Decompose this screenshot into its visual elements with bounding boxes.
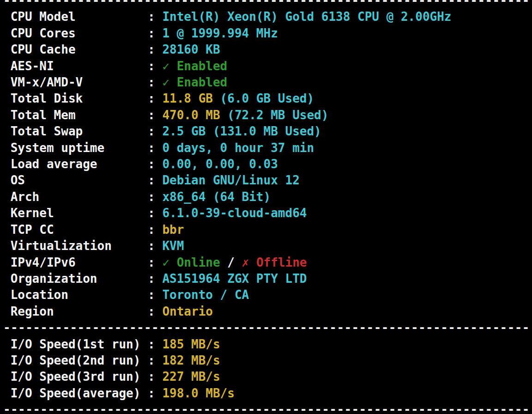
field-value: ✓ Enabled	[162, 75, 227, 89]
field-value: 1 @ 1999.994 MHz	[162, 26, 278, 40]
value-segment: Ontario	[162, 304, 213, 318]
field-label: Kernel	[3, 205, 148, 221]
check-icon-segment: ✓ Enabled	[162, 75, 227, 89]
field-label: System uptime	[3, 140, 148, 156]
system-info-row: Kernel: 6.1.0-39-cloud-amd64	[3, 205, 532, 221]
field-label: TCP CC	[3, 222, 148, 238]
field-label: CPU Cores	[3, 25, 148, 42]
field-value: 2.5 GB (131.0 MB Used)	[162, 124, 321, 138]
field-label: Total Mem	[3, 107, 148, 123]
field-label: I/O Speed(3rd run)	[3, 369, 148, 385]
system-info-row: System uptime: 0 days, 0 hour 37 min	[3, 140, 532, 156]
value-segment: 185 MB/s	[162, 337, 220, 351]
value-segment: (6.0 GB Used)	[213, 91, 314, 105]
io-speed-row: I/O Speed(2nd run): 182 MB/s	[3, 353, 532, 369]
divider-line: ----------------------------------------…	[3, 402, 532, 414]
field-value: 182 MB/s	[162, 353, 220, 367]
system-info-row: IPv4/IPv6: ✓ Online / ✗ Offline	[3, 255, 532, 271]
system-info-row: Total Disk: 11.8 GB (6.0 GB Used)	[3, 91, 532, 107]
colon-separator: :	[148, 43, 162, 56]
field-label: Total Swap	[3, 123, 148, 140]
value-segment: 227 MB/s	[162, 370, 220, 384]
value-segment: Toronto / CA	[162, 288, 249, 302]
colon-separator: :	[148, 124, 162, 138]
field-value: Toronto / CA	[162, 288, 249, 302]
field-value: 185 MB/s	[162, 337, 220, 351]
system-info-row: Location: Toronto / CA	[3, 287, 532, 303]
check-icon-segment: ✓ Enabled	[162, 59, 227, 73]
system-info-row: Organization: AS151964 ZGX PTY LTD	[3, 271, 532, 287]
system-info-row: AES-NI: ✓ Enabled	[3, 58, 532, 74]
colon-separator: :	[148, 206, 162, 220]
field-label: Location	[3, 287, 148, 303]
value-segment: AS151964 ZGX PTY LTD	[162, 272, 307, 286]
value-segment: 0.00, 0.00, 0.03	[162, 157, 278, 171]
system-info-row: CPU Cores: 1 @ 1999.994 MHz	[3, 25, 532, 42]
io-speed-row: I/O Speed(3rd run): 227 MB/s	[3, 369, 532, 385]
colon-separator: :	[148, 353, 162, 367]
value-segment: bbr	[162, 223, 184, 237]
colon-separator: :	[148, 75, 162, 89]
field-label: OS	[3, 172, 148, 189]
value-segment: 1 @ 1999.994 MHz	[162, 26, 278, 40]
field-label: CPU Cache	[3, 42, 148, 58]
colon-separator: :	[148, 10, 162, 24]
field-value: Intel(R) Xeon(R) Gold 6138 CPU @ 2.00GHz	[162, 10, 451, 24]
field-value: 198.0 MB/s	[162, 386, 235, 400]
colon-separator: :	[148, 272, 162, 286]
value-segment: (72.2 MB Used)	[220, 108, 329, 122]
colon-separator: :	[148, 386, 162, 400]
value-segment: /	[220, 256, 242, 269]
colon-separator: :	[148, 256, 162, 269]
field-label: I/O Speed(2nd run)	[3, 353, 148, 369]
field-label: VM-x/AMD-V	[3, 74, 148, 91]
field-value: 470.0 MB (72.2 MB Used)	[162, 108, 328, 122]
field-value: 11.8 GB (6.0 GB Used)	[162, 91, 314, 105]
field-label: Load average	[3, 156, 148, 172]
system-info-row: Load average: 0.00, 0.00, 0.03	[3, 156, 532, 172]
value-segment: Intel(R) Xeon(R) Gold 6138 CPU @ 2.00GHz	[162, 10, 451, 24]
colon-separator: :	[148, 288, 162, 302]
value-segment: 2.5 GB (131.0 MB Used)	[162, 124, 321, 138]
system-info-row: OS: Debian GNU/Linux 12	[3, 172, 532, 189]
field-value: 0 days, 0 hour 37 min	[162, 141, 314, 155]
system-info-row: Arch: x86_64 (64 Bit)	[3, 189, 532, 205]
value-segment: 182 MB/s	[162, 353, 220, 367]
field-value: ✓ Online / ✗ Offline	[162, 256, 307, 269]
system-info-row: CPU Model: Intel(R) Xeon(R) Gold 6138 CP…	[3, 9, 532, 25]
system-info-row: Region: Ontario	[3, 304, 532, 320]
divider-line: ----------------------------------------…	[3, 320, 532, 336]
colon-separator: :	[148, 370, 162, 384]
field-label: Organization	[3, 271, 148, 287]
colon-separator: :	[148, 173, 162, 187]
field-label: I/O Speed(1st run)	[3, 336, 148, 353]
field-label: CPU Model	[3, 9, 148, 25]
system-info-row: TCP CC: bbr	[3, 222, 532, 238]
io-speed-row: I/O Speed(1st run): 185 MB/s	[3, 336, 532, 353]
field-value: 6.1.0-39-cloud-amd64	[162, 206, 307, 220]
check-icon-segment: ✓ Online	[162, 256, 220, 269]
value-segment: x86_64 (64 Bit)	[162, 190, 271, 204]
field-value: KVM	[162, 239, 184, 253]
field-label: Total Disk	[3, 91, 148, 107]
colon-separator: :	[148, 190, 162, 204]
colon-separator: :	[148, 157, 162, 171]
field-value: AS151964 ZGX PTY LTD	[162, 272, 307, 286]
colon-separator: :	[148, 337, 162, 351]
field-label: Region	[3, 304, 148, 320]
system-info-row: Virtualization: KVM	[3, 238, 532, 254]
field-label: AES-NI	[3, 58, 148, 74]
value-segment: KVM	[162, 239, 184, 253]
field-value: 28160 KB	[162, 43, 220, 56]
field-value: Ontario	[162, 304, 213, 318]
field-value: ✓ Enabled	[162, 59, 227, 73]
field-value: 227 MB/s	[162, 370, 220, 384]
field-label: Virtualization	[3, 238, 148, 254]
colon-separator: :	[148, 108, 162, 122]
colon-separator: :	[148, 26, 162, 40]
colon-separator: :	[148, 59, 162, 73]
colon-separator: :	[148, 223, 162, 237]
terminal-output: ----------------------------------------…	[0, 0, 532, 414]
field-value: bbr	[162, 223, 184, 237]
system-info-row: Total Mem: 470.0 MB (72.2 MB Used)	[3, 107, 532, 123]
